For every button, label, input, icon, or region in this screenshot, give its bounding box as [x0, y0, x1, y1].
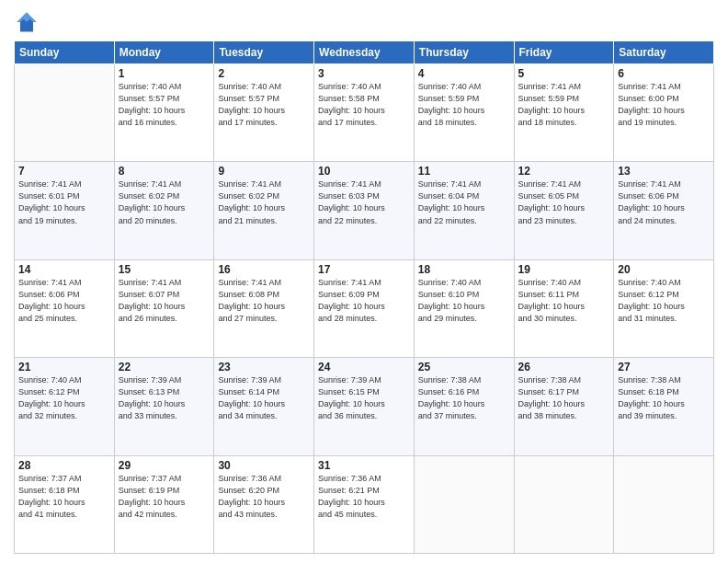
calendar-cell: 22Sunrise: 7:39 AMSunset: 6:13 PMDayligh…: [114, 358, 214, 455]
day-info: Sunrise: 7:40 AMSunset: 5:58 PMDaylight:…: [318, 81, 410, 129]
day-info: Sunrise: 7:41 AMSunset: 5:59 PMDaylight:…: [518, 81, 610, 129]
day-number: 12: [518, 165, 610, 178]
header: [14, 9, 714, 35]
day-number: 21: [18, 361, 110, 373]
day-number: 24: [318, 361, 410, 373]
day-number: 15: [119, 263, 210, 276]
day-number: 19: [518, 263, 610, 276]
calendar-cell: 2Sunrise: 7:40 AMSunset: 5:57 PMDaylight…: [214, 64, 314, 162]
day-info: Sunrise: 7:41 AMSunset: 6:09 PMDaylight:…: [318, 277, 410, 325]
day-number: 7: [18, 165, 110, 178]
calendar-cell: 7Sunrise: 7:41 AMSunset: 6:01 PMDaylight…: [15, 162, 115, 259]
calendar-cell: 4Sunrise: 7:40 AMSunset: 5:59 PMDaylight…: [414, 64, 514, 162]
day-info: Sunrise: 7:36 AMSunset: 6:20 PMDaylight:…: [218, 473, 310, 521]
logo: [14, 9, 43, 35]
calendar-cell: 24Sunrise: 7:39 AMSunset: 6:15 PMDayligh…: [314, 358, 415, 455]
day-number: 13: [618, 165, 710, 178]
calendar-cell: [614, 455, 714, 553]
col-header-wednesday: Wednesday: [314, 41, 415, 64]
calendar-cell: 28Sunrise: 7:37 AMSunset: 6:18 PMDayligh…: [15, 455, 115, 553]
day-number: 23: [218, 361, 310, 373]
calendar-cell: [414, 455, 514, 553]
calendar-cell: 5Sunrise: 7:41 AMSunset: 5:59 PMDaylight…: [514, 64, 614, 162]
day-number: 6: [618, 67, 710, 80]
day-info: Sunrise: 7:41 AMSunset: 6:03 PMDaylight:…: [318, 178, 410, 226]
calendar-cell: [514, 455, 614, 553]
day-info: Sunrise: 7:41 AMSunset: 6:06 PMDaylight:…: [18, 277, 110, 325]
day-info: Sunrise: 7:41 AMSunset: 6:06 PMDaylight:…: [618, 178, 710, 226]
day-info: Sunrise: 7:40 AMSunset: 6:12 PMDaylight:…: [618, 277, 710, 325]
day-info: Sunrise: 7:40 AMSunset: 6:11 PMDaylight:…: [518, 277, 610, 325]
day-info: Sunrise: 7:38 AMSunset: 6:17 PMDaylight:…: [518, 374, 610, 422]
calendar-cell: 9Sunrise: 7:41 AMSunset: 6:02 PMDaylight…: [214, 162, 314, 259]
day-number: 25: [418, 361, 510, 373]
calendar-cell: 15Sunrise: 7:41 AMSunset: 6:07 PMDayligh…: [114, 259, 214, 357]
day-number: 27: [618, 361, 710, 373]
day-number: 16: [218, 263, 310, 276]
day-number: 14: [18, 263, 110, 276]
calendar-cell: 13Sunrise: 7:41 AMSunset: 6:06 PMDayligh…: [614, 162, 714, 259]
calendar-cell: 25Sunrise: 7:38 AMSunset: 6:16 PMDayligh…: [414, 358, 514, 455]
calendar-cell: 21Sunrise: 7:40 AMSunset: 6:12 PMDayligh…: [15, 358, 115, 455]
calendar-cell: 18Sunrise: 7:40 AMSunset: 6:10 PMDayligh…: [414, 259, 514, 357]
day-info: Sunrise: 7:40 AMSunset: 6:12 PMDaylight:…: [18, 374, 110, 422]
calendar-cell: 6Sunrise: 7:41 AMSunset: 6:00 PMDaylight…: [614, 64, 714, 162]
day-info: Sunrise: 7:37 AMSunset: 6:18 PMDaylight:…: [18, 473, 110, 521]
day-number: 26: [518, 361, 610, 373]
day-number: 1: [119, 67, 210, 80]
day-info: Sunrise: 7:40 AMSunset: 5:59 PMDaylight:…: [418, 81, 510, 129]
calendar-week-1: 1Sunrise: 7:40 AMSunset: 5:57 PMDaylight…: [15, 64, 714, 162]
calendar-week-4: 21Sunrise: 7:40 AMSunset: 6:12 PMDayligh…: [15, 358, 714, 455]
calendar-cell: 23Sunrise: 7:39 AMSunset: 6:14 PMDayligh…: [214, 358, 314, 455]
col-header-friday: Friday: [514, 41, 614, 64]
calendar-cell: 19Sunrise: 7:40 AMSunset: 6:11 PMDayligh…: [514, 259, 614, 357]
day-info: Sunrise: 7:41 AMSunset: 6:05 PMDaylight:…: [518, 178, 610, 226]
calendar-cell: 26Sunrise: 7:38 AMSunset: 6:17 PMDayligh…: [514, 358, 614, 455]
calendar-cell: 11Sunrise: 7:41 AMSunset: 6:04 PMDayligh…: [414, 162, 514, 259]
col-header-saturday: Saturday: [614, 41, 714, 64]
day-number: 11: [418, 165, 510, 178]
calendar-cell: 12Sunrise: 7:41 AMSunset: 6:05 PMDayligh…: [514, 162, 614, 259]
day-info: Sunrise: 7:40 AMSunset: 5:57 PMDaylight:…: [218, 81, 310, 129]
calendar-week-2: 7Sunrise: 7:41 AMSunset: 6:01 PMDaylight…: [15, 162, 714, 259]
day-number: 22: [119, 361, 210, 373]
day-number: 29: [119, 459, 210, 472]
calendar-cell: 10Sunrise: 7:41 AMSunset: 6:03 PMDayligh…: [314, 162, 415, 259]
col-header-monday: Monday: [114, 41, 214, 64]
page: SundayMondayTuesdayWednesdayThursdayFrid…: [0, 0, 728, 563]
calendar-cell: 27Sunrise: 7:38 AMSunset: 6:18 PMDayligh…: [614, 358, 714, 455]
day-info: Sunrise: 7:40 AMSunset: 6:10 PMDaylight:…: [418, 277, 510, 325]
calendar-cell: 14Sunrise: 7:41 AMSunset: 6:06 PMDayligh…: [15, 259, 115, 357]
calendar-table: SundayMondayTuesdayWednesdayThursdayFrid…: [14, 40, 714, 554]
day-info: Sunrise: 7:39 AMSunset: 6:14 PMDaylight:…: [218, 374, 310, 422]
calendar-week-5: 28Sunrise: 7:37 AMSunset: 6:18 PMDayligh…: [15, 455, 714, 553]
day-info: Sunrise: 7:39 AMSunset: 6:13 PMDaylight:…: [119, 374, 210, 422]
day-info: Sunrise: 7:40 AMSunset: 5:57 PMDaylight:…: [119, 81, 210, 129]
day-number: 10: [318, 165, 410, 178]
day-info: Sunrise: 7:41 AMSunset: 6:02 PMDaylight:…: [218, 178, 310, 226]
day-info: Sunrise: 7:39 AMSunset: 6:15 PMDaylight:…: [318, 374, 410, 422]
day-number: 30: [218, 459, 310, 472]
day-number: 31: [318, 459, 410, 472]
day-number: 18: [418, 263, 510, 276]
day-info: Sunrise: 7:38 AMSunset: 6:18 PMDaylight:…: [618, 374, 710, 422]
day-number: 8: [119, 165, 210, 178]
calendar-cell: 17Sunrise: 7:41 AMSunset: 6:09 PMDayligh…: [314, 259, 415, 357]
calendar-cell: 16Sunrise: 7:41 AMSunset: 6:08 PMDayligh…: [214, 259, 314, 357]
day-number: 5: [518, 67, 610, 80]
day-info: Sunrise: 7:41 AMSunset: 6:07 PMDaylight:…: [119, 277, 210, 325]
calendar-header-row: SundayMondayTuesdayWednesdayThursdayFrid…: [15, 41, 714, 64]
day-number: 2: [218, 67, 310, 80]
col-header-tuesday: Tuesday: [214, 41, 314, 64]
day-number: 4: [418, 67, 510, 80]
calendar-cell: 20Sunrise: 7:40 AMSunset: 6:12 PMDayligh…: [614, 259, 714, 357]
calendar-cell: 29Sunrise: 7:37 AMSunset: 6:19 PMDayligh…: [114, 455, 214, 553]
calendar-cell: 8Sunrise: 7:41 AMSunset: 6:02 PMDaylight…: [114, 162, 214, 259]
day-info: Sunrise: 7:37 AMSunset: 6:19 PMDaylight:…: [119, 473, 210, 521]
logo-icon: [14, 9, 40, 35]
day-number: 20: [618, 263, 710, 276]
col-header-sunday: Sunday: [15, 41, 115, 64]
calendar-cell: 31Sunrise: 7:36 AMSunset: 6:21 PMDayligh…: [314, 455, 415, 553]
day-info: Sunrise: 7:41 AMSunset: 6:00 PMDaylight:…: [618, 81, 710, 129]
day-number: 28: [18, 459, 110, 472]
